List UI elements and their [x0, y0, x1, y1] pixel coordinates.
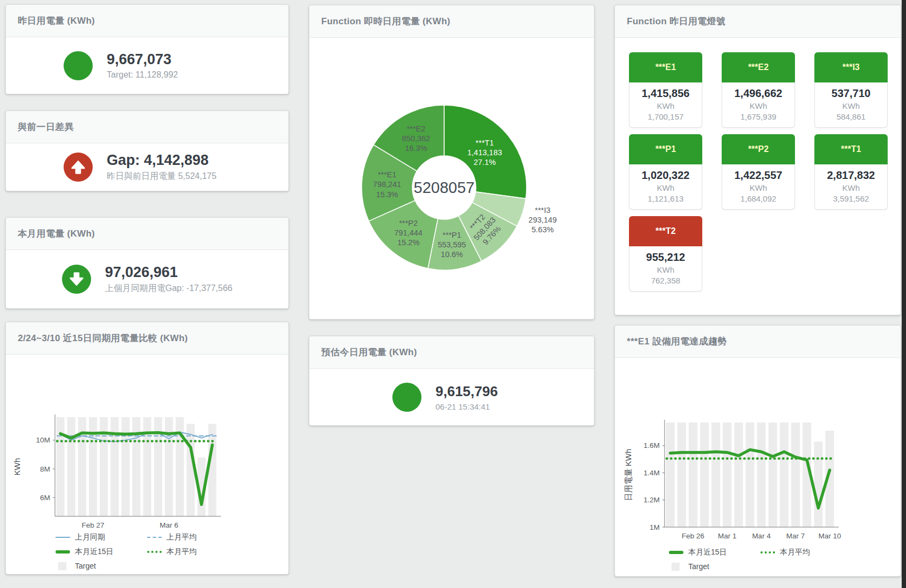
legend-label: 本月平均: [780, 548, 810, 557]
status-card-label: ***P1: [629, 134, 702, 164]
status-card-unit: KWh: [631, 183, 701, 192]
status-card-value: 1,020,322: [631, 169, 701, 182]
green-thick-swatch-icon: [56, 550, 70, 554]
svg-text:***I3293,1495.63%: ***I3293,1495.63%: [529, 206, 557, 234]
card-title: 預估今日用電量 (KWh): [309, 336, 594, 369]
legend-label: 本月近15日: [75, 547, 114, 557]
status-card-body: 2,817,832KWh3,591,562: [814, 164, 888, 210]
status-card-target: 1,675,939: [723, 112, 793, 121]
status-card-target: 584,861: [816, 112, 886, 121]
x-tick-label: Mar 6: [160, 521, 178, 529]
status-card-label: ***E1: [629, 52, 702, 82]
card-month-usage: 本月用電量 (KWh) 97,026,961 上個月同期用電Gap: -17,3…: [5, 217, 289, 309]
legend-item-15[interactable]: 本月近15日: [669, 548, 760, 557]
y-tick-label: 10M: [36, 436, 50, 444]
green-dot-swatch-icon: [147, 551, 162, 553]
card-realtime-donut: Function 即時日用電量 (KWh) ***T11,413,18327.1…: [309, 5, 594, 320]
status-card-label: ***E2: [722, 52, 795, 82]
blue-dash-swatch-icon: [147, 537, 162, 538]
legend-label: 本月近15日: [688, 548, 727, 557]
scrollbar[interactable]: [902, 0, 906, 588]
panel-status-lights: Function 昨日用電燈號 ***E11,415,856KWh1,700,1…: [614, 5, 901, 315]
legend-item-[interactable]: 上月同期: [56, 532, 147, 542]
yesterday-usage-target: Target: 11,128,992: [107, 70, 231, 80]
status-card-body: 1,496,662KWh1,675,939: [722, 82, 795, 128]
blue-line-swatch-icon: [56, 537, 70, 538]
status-card-value: 537,710: [816, 87, 886, 100]
status-card-label: ***I3: [814, 52, 888, 82]
status-card-target: 1,700,157: [631, 112, 701, 121]
status-card-value: 1,422,557: [723, 169, 793, 182]
y-tick-label: 1.6M: [644, 441, 660, 449]
status-card-label: ***T1: [814, 134, 888, 164]
status-card-unit: KWh: [816, 101, 886, 110]
e1-trend-legend: 本月近15日本月平均Target: [669, 548, 852, 571]
arrow-up-icon: [64, 153, 93, 182]
status-card-i3: ***I3537,710KWh584,861: [814, 52, 888, 128]
status-card-unit: KWh: [723, 101, 793, 110]
x-tick-label: Mar 7: [786, 532, 805, 540]
status-circle-icon: [64, 51, 93, 80]
status-card-unit: KWh: [631, 265, 701, 274]
x-tick-label: Feb 27: [81, 521, 104, 529]
y-tick-label: 6M: [40, 494, 50, 502]
month-usage-value: 97,026,961: [105, 264, 233, 281]
status-card-target: 1,121,613: [631, 194, 701, 203]
y-axis-label: 日用電量 KWh: [624, 449, 633, 501]
status-card-target: 3,591,562: [816, 194, 886, 203]
status-card-grid: ***E11,415,856KWh1,700,157***E21,496,662…: [615, 38, 901, 292]
legend-item-target[interactable]: Target: [669, 562, 760, 571]
x-tick-label: Mar 10: [818, 532, 841, 540]
legend-label: 上月平均: [167, 532, 197, 542]
card-title: 2/24~3/10 近15日同期用電量比較 (KWh): [6, 322, 288, 355]
yesterday-usage-value: 9,667,073: [107, 51, 231, 68]
donut-center-total: 5208057: [414, 179, 475, 196]
card-compare-chart: 2/24~3/10 近15日同期用電量比較 (KWh) 6M8M10MFeb 2…: [5, 322, 289, 575]
y-axis-label: KWh: [12, 458, 22, 476]
target-bars: [666, 423, 834, 527]
card-title: Function 即時日用電量 (KWh): [309, 5, 594, 38]
status-card-body: 1,415,856KWh1,700,157: [629, 82, 702, 128]
status-card-target: 762,358: [631, 276, 701, 285]
legend-item-[interactable]: 上月平均: [147, 532, 239, 542]
status-card-target: 1,684,092: [723, 194, 793, 203]
y-tick-label: 8M: [40, 465, 50, 473]
status-card-t1: ***T12,817,832KWh3,591,562: [814, 134, 888, 210]
legend-item-target[interactable]: Target: [56, 562, 147, 570]
legend-label: Target: [688, 562, 709, 571]
card-title: 本月用電量 (KWh): [6, 218, 288, 250]
card-title: ***E1 設備用電達成趨勢: [615, 326, 901, 358]
green-dot-swatch-icon: [760, 551, 775, 554]
panel-title: Function 昨日用電燈號: [615, 5, 901, 38]
status-card-unit: KWh: [723, 183, 793, 192]
x-tick-label: Mar 4: [752, 532, 771, 540]
x-tick-label: Feb 26: [682, 532, 704, 540]
status-card-e2: ***E21,496,662KWh1,675,939: [722, 52, 795, 128]
status-card-value: 955,212: [631, 251, 701, 264]
legend-item-[interactable]: 本月平均: [760, 548, 852, 557]
status-card-value: 1,496,662: [723, 87, 793, 100]
x-tick-label: Mar 1: [718, 532, 737, 540]
status-card-body: 1,020,322KWh1,121,613: [629, 164, 702, 210]
y-tick-label: 1.4M: [644, 469, 660, 477]
card-title: 昨日用電量 (KWh): [6, 5, 288, 37]
y-tick-label: 1.2M: [644, 496, 660, 504]
card-estimate-today: 預估今日用電量 (KWh) 9,615,796 06-21 15:34:41: [309, 336, 594, 426]
legend-item-15[interactable]: 本月近15日: [56, 547, 147, 557]
card-e1-trend-chart: ***E1 設備用電達成趨勢 1M1.2M1.4M1.6MFeb 26Mar 1…: [614, 325, 901, 577]
status-card-p2: ***P21,422,557KWh1,684,092: [722, 134, 795, 210]
compare-chart-legend: 上月同期上月平均本月近15日本月平均Target: [56, 532, 239, 570]
donut-chart: ***T11,413,18327.1%***I3293,1495.63%***T…: [309, 38, 594, 319]
status-card-unit: KWh: [631, 101, 701, 110]
estimate-timestamp: 06-21 15:34:41: [435, 402, 543, 411]
y-tick-label: 1M: [649, 523, 660, 531]
donut-label-i3: ***I3293,1495.63%: [529, 206, 557, 234]
status-card-body: 955,212KWh762,358: [629, 246, 702, 292]
status-card-body: 1,422,557KWh1,684,092: [722, 164, 795, 210]
target-bars: [57, 417, 217, 516]
status-card-unit: KWh: [816, 183, 886, 192]
legend-label: Target: [75, 562, 96, 570]
day-gap-value: Gap: 4,142,898: [107, 152, 231, 169]
legend-item-[interactable]: 本月平均: [147, 547, 239, 557]
day-gap-subtitle: 昨日與前日用電量 5,524,175: [107, 171, 231, 182]
